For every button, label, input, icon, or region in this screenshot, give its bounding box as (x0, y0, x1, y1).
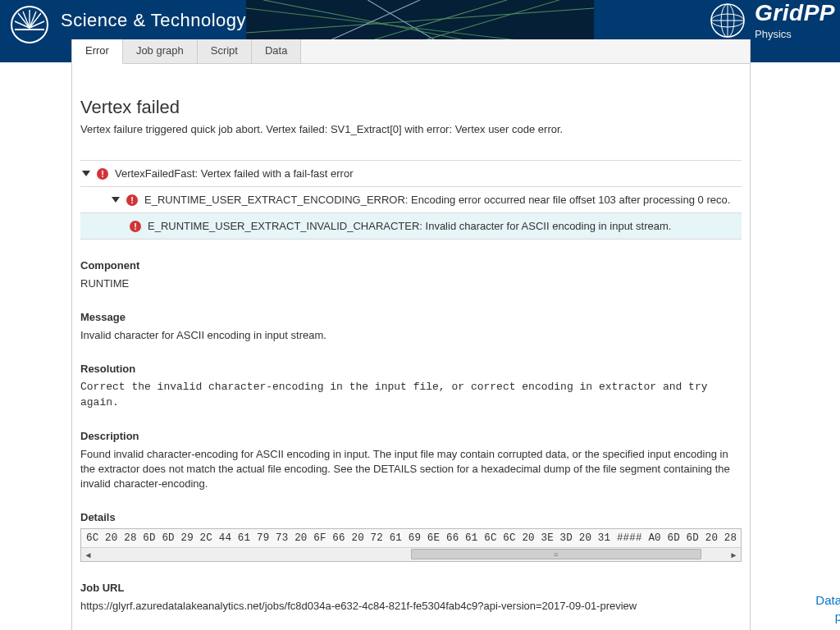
tab-data[interactable]: Data (252, 39, 301, 63)
banner-right-title: GridPP (755, 2, 835, 25)
section-body: Found invalid character-encoding for ASC… (80, 447, 742, 492)
section-title: Component (80, 259, 742, 272)
divider (80, 239, 742, 240)
error-tree-row[interactable]: ! E_RUNTIME_USER_EXTRACT_ENCODING_ERROR:… (80, 187, 742, 212)
page-title: Vertex failed (80, 97, 742, 118)
grid-logo-icon (709, 2, 746, 39)
section-component: Component RUNTIME (80, 259, 742, 291)
section-message: Message Invalid character for ASCII enco… (80, 311, 742, 343)
section-body: RUNTIME (80, 276, 742, 291)
error-tree-row-selected[interactable]: ! E_RUNTIME_USER_EXTRACT_INVALID_CHARACT… (80, 213, 742, 239)
horizontal-scrollbar[interactable]: ◄ ≡ ► (81, 547, 741, 561)
tab-script[interactable]: Script (198, 39, 252, 63)
section-title: Description (80, 430, 742, 442)
caret-down-icon[interactable] (112, 197, 120, 203)
error-icon: ! (97, 168, 108, 180)
scrollbar-track[interactable]: ≡ (95, 548, 727, 561)
error-tree-label: E_RUNTIME_USER_EXTRACT_INVALID_CHARACTER… (148, 220, 740, 232)
scroll-right-arrow-icon[interactable]: ► (727, 548, 741, 561)
tab-job-graph[interactable]: Job graph (123, 39, 198, 63)
error-tree-label: E_RUNTIME_USER_EXTRACT_ENCODING_ERROR: E… (144, 194, 740, 206)
tab-error[interactable]: Error (72, 39, 123, 64)
scrollbar-thumb[interactable]: ≡ (411, 549, 701, 559)
error-panel: Error Job graph Script Data Vertex faile… (71, 39, 751, 630)
banner-right: GridPP Physics (709, 2, 835, 40)
job-url-value: https://glyrf.azuredatalakeanalytics.net… (80, 599, 742, 614)
error-tree-label: VertexFailedFast: Vertex failed with a f… (115, 167, 740, 180)
section-resolution: Resolution Correct the invalid character… (80, 363, 742, 409)
section-title: Job URL (80, 582, 742, 594)
banner-left-title: Science & Technology (61, 10, 246, 31)
error-icon: ! (130, 221, 141, 232)
section-body: Invalid character for ASCII encoding in … (80, 328, 742, 343)
banner-right-sub: Physics (755, 28, 835, 40)
section-description: Description Found invalid character-enco… (80, 430, 742, 492)
sun-logo-icon (10, 5, 49, 44)
section-title: Resolution (80, 363, 742, 375)
side-peek-link[interactable]: Data p (815, 592, 840, 624)
section-details: Details 6C 20 28 6D 6D 29 2C 44 61 79 73… (80, 511, 742, 562)
scroll-left-arrow-icon[interactable]: ◄ (81, 548, 95, 561)
page-subtitle: Vertex failure triggered quick job abort… (80, 123, 742, 135)
section-title: Details (80, 511, 742, 523)
error-icon: ! (126, 194, 138, 206)
section-job-url: Job URL https://glyrf.azuredatalakeanaly… (80, 582, 742, 614)
caret-down-icon[interactable] (82, 171, 90, 176)
error-tree-row[interactable]: ! VertexFailedFast: Vertex failed with a… (80, 161, 742, 186)
section-title: Message (80, 311, 742, 323)
hex-dump-line: 6C 20 28 6D 6D 29 2C 44 61 79 73 20 6F 6… (81, 529, 741, 547)
section-body: Correct the invalid character-encoding i… (80, 380, 742, 409)
hex-dump-box: 6C 20 28 6D 6D 29 2C 44 61 79 73 20 6F 6… (80, 528, 742, 562)
tab-bar: Error Job graph Script Data (72, 39, 750, 64)
